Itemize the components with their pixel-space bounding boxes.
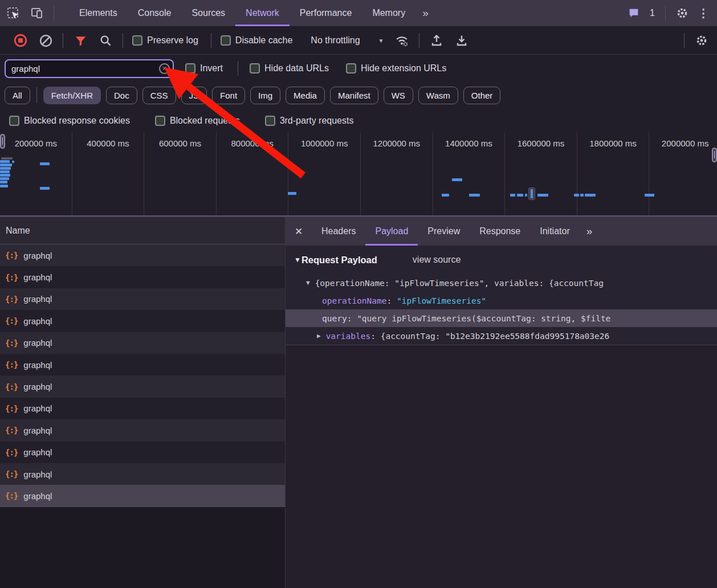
payload-key: variables bbox=[326, 332, 371, 341]
request-row[interactable]: {:}graphql bbox=[0, 442, 285, 463]
fetch-xhr-icon: {:} bbox=[5, 448, 18, 457]
collapse-section-icon[interactable]: ▼ bbox=[294, 256, 301, 264]
view-source-link[interactable]: view source bbox=[413, 255, 461, 265]
issues-count[interactable]: 1 bbox=[650, 8, 655, 18]
payload-variables-row[interactable]: ▶ variables: {accountTag: "b12e3b2192ee5… bbox=[286, 327, 717, 345]
payload-section-title: Request Payload bbox=[302, 255, 377, 266]
settings-gear-icon[interactable] bbox=[674, 5, 691, 22]
checkbox bbox=[9, 116, 19, 126]
hide-data-urls-checkbox[interactable]: Hide data URLs bbox=[250, 63, 332, 74]
network-settings-gear-icon[interactable] bbox=[692, 31, 711, 50]
device-toolbar-icon[interactable] bbox=[28, 5, 46, 22]
payload-key: operationName bbox=[322, 296, 387, 305]
divider bbox=[211, 33, 211, 48]
expand-caret-icon[interactable]: ▼ bbox=[306, 279, 310, 287]
chip-img[interactable]: Img bbox=[250, 87, 280, 104]
tab-memory[interactable]: Memory bbox=[362, 0, 415, 26]
inspect-element-icon[interactable] bbox=[5, 5, 22, 22]
search-icon[interactable] bbox=[96, 31, 115, 50]
detail-tab-initiator[interactable]: Initiator bbox=[530, 217, 579, 246]
request-row[interactable]: {:}graphql bbox=[0, 288, 285, 310]
detail-tab-response[interactable]: Response bbox=[470, 217, 530, 246]
invert-checkbox[interactable]: Invert bbox=[185, 63, 226, 74]
payload-root-row[interactable]: ▼ {operationName: "ipFlowTimeseries", va… bbox=[286, 274, 717, 292]
request-row[interactable]: {:}graphql bbox=[0, 398, 285, 419]
waterfall-selected-marker bbox=[528, 187, 535, 200]
chip-css[interactable]: CSS bbox=[142, 87, 176, 104]
chip-all[interactable]: All bbox=[5, 87, 30, 104]
chip-wasm[interactable]: Wasm bbox=[418, 87, 458, 104]
detail-tab-payload[interactable]: Payload bbox=[365, 217, 418, 246]
chip-media[interactable]: Media bbox=[286, 87, 325, 104]
detail-tab-preview[interactable]: Preview bbox=[418, 217, 470, 246]
payload-query-row[interactable]: query: "query ipFlowTimeseries($accountT… bbox=[286, 309, 717, 327]
waterfall-bar bbox=[0, 160, 10, 163]
blocked-requests-checkbox[interactable]: Blocked requests bbox=[155, 116, 243, 126]
detail-tab-headers[interactable]: Headers bbox=[312, 217, 365, 246]
blocked-requests-label: Blocked requests bbox=[170, 116, 240, 126]
overview-left-handle[interactable] bbox=[0, 134, 5, 149]
network-overview-timeline[interactable]: 200000 ms400000 ms600000 ms800000 ms1000… bbox=[0, 133, 717, 217]
network-conditions-icon[interactable] bbox=[392, 31, 412, 50]
export-har-icon[interactable] bbox=[452, 31, 471, 50]
divider bbox=[54, 6, 54, 21]
fetch-xhr-icon: {:} bbox=[5, 426, 18, 435]
chip-other[interactable]: Other bbox=[463, 87, 501, 104]
import-har-icon[interactable] bbox=[427, 31, 446, 50]
waterfall-bar bbox=[40, 162, 50, 165]
clear-filter-icon[interactable]: ✕ bbox=[159, 63, 170, 74]
tab-performance[interactable]: Performance bbox=[290, 0, 362, 26]
request-row[interactable]: {:}graphql bbox=[0, 463, 285, 485]
waterfall-bar bbox=[0, 167, 11, 170]
request-row[interactable]: {:}graphql bbox=[0, 332, 285, 354]
request-row[interactable]: {:}graphql bbox=[0, 419, 285, 441]
divider bbox=[684, 33, 685, 48]
blocked-response-cookies-checkbox[interactable]: Blocked response cookies bbox=[9, 116, 133, 126]
hide-extension-urls-checkbox[interactable]: Hide extension URLs bbox=[346, 63, 450, 74]
detail-tabs: ✕ HeadersPayloadPreviewResponseInitiator… bbox=[286, 217, 717, 246]
request-row[interactable]: {:}graphql bbox=[0, 375, 285, 397]
clear-network-log-icon[interactable] bbox=[36, 31, 55, 50]
tab-sources[interactable]: Sources bbox=[181, 0, 235, 26]
throttling-dropdown[interactable]: No throttling ▼ bbox=[306, 35, 384, 46]
filter-icon[interactable] bbox=[71, 31, 90, 50]
tab-console[interactable]: Console bbox=[128, 0, 182, 26]
disable-cache-checkbox[interactable]: Disable cache bbox=[221, 35, 296, 46]
request-name: graphql bbox=[23, 338, 52, 348]
more-tabs-icon[interactable]: » bbox=[415, 7, 434, 19]
more-detail-tabs-icon[interactable]: » bbox=[580, 225, 598, 238]
chip-js[interactable]: JS bbox=[181, 87, 207, 104]
filter-input[interactable] bbox=[5, 59, 174, 78]
payload-operation-row[interactable]: operationName: "ipFlowTimeseries" bbox=[286, 292, 717, 309]
close-details-icon[interactable]: ✕ bbox=[286, 217, 312, 246]
devtools-tabbar: ElementsConsoleSourcesNetworkPerformance… bbox=[0, 0, 717, 27]
third-party-requests-label: 3rd-party requests bbox=[280, 116, 354, 126]
chip-ws[interactable]: WS bbox=[384, 87, 413, 104]
request-row[interactable]: {:}graphql bbox=[0, 354, 285, 375]
fetch-xhr-icon: {:} bbox=[5, 491, 18, 500]
checkbox bbox=[250, 63, 260, 74]
waterfall-bar bbox=[442, 194, 449, 197]
tab-elements[interactable]: Elements bbox=[69, 0, 128, 26]
tab-network[interactable]: Network bbox=[235, 0, 290, 26]
expand-caret-icon[interactable]: ▶ bbox=[317, 332, 321, 340]
record-network-log-icon[interactable] bbox=[11, 31, 30, 50]
waterfall-bar bbox=[0, 181, 7, 183]
overview-right-handle[interactable] bbox=[712, 148, 717, 162]
chip-fetch-xhr[interactable]: Fetch/XHR bbox=[43, 87, 101, 104]
request-row[interactable]: {:}graphql bbox=[0, 485, 285, 507]
checkbox bbox=[155, 116, 165, 126]
request-row[interactable]: {:}graphql bbox=[0, 244, 285, 266]
blocked-response-cookies-label: Blocked response cookies bbox=[24, 116, 130, 126]
request-row[interactable]: {:}graphql bbox=[0, 266, 285, 288]
payload-value: "query ipFlowTimeseries($accountTag: str… bbox=[357, 314, 610, 323]
third-party-requests-checkbox[interactable]: 3rd-party requests bbox=[265, 116, 357, 126]
chip-doc[interactable]: Doc bbox=[106, 87, 137, 104]
customize-menu-icon[interactable]: ⋮ bbox=[694, 6, 717, 20]
chip-font[interactable]: Font bbox=[212, 87, 245, 104]
request-row[interactable]: {:}graphql bbox=[0, 310, 285, 332]
issues-message-icon[interactable] bbox=[625, 5, 642, 22]
name-column-header[interactable]: Name bbox=[0, 217, 285, 244]
chip-manifest[interactable]: Manifest bbox=[330, 87, 378, 104]
preserve-log-checkbox[interactable]: Preserve log bbox=[132, 35, 202, 46]
